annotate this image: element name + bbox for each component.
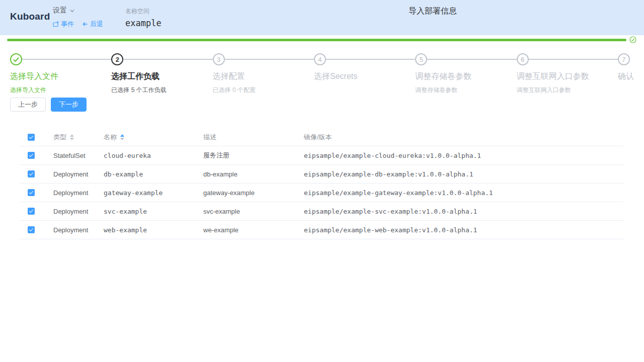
- workloads-table: 类型 名称 描述 镜像/版本 StatefulSet cloud-eureka …: [20, 128, 624, 239]
- step-title: 选择工作负载: [111, 71, 212, 82]
- step-1-check-icon: [10, 53, 22, 65]
- step-5-number: 5: [415, 53, 427, 65]
- step-connector: [427, 59, 516, 60]
- row-checkbox[interactable]: [28, 152, 35, 159]
- column-header-image: 镜像/版本: [304, 133, 332, 142]
- table-row[interactable]: Deployment gateway-example gateway-examp…: [20, 184, 624, 202]
- prev-step-button[interactable]: 上一步: [10, 98, 46, 112]
- header-nav-group: 设置 事件 后退: [53, 6, 103, 29]
- step-3-number: 3: [213, 53, 225, 65]
- back-label: 后退: [90, 20, 103, 29]
- settings-menu[interactable]: 设置: [53, 6, 103, 15]
- column-header-type: 类型: [53, 133, 66, 142]
- workload-desc: db-example: [198, 170, 298, 178]
- step-4-number: 4: [314, 53, 326, 65]
- events-icon: [53, 21, 59, 27]
- step-connector: [225, 59, 314, 60]
- step-7-confirm[interactable]: 7 确认: [618, 53, 634, 95]
- step-title: 调整互联网入口参数: [517, 71, 618, 82]
- table-header-row: 类型 名称 描述 镜像/版本: [20, 128, 624, 146]
- column-header-name: 名称: [104, 133, 117, 142]
- workload-image: eipsample/example-gateway-example:v1.0.0…: [298, 189, 624, 197]
- row-checkbox[interactable]: [28, 170, 35, 177]
- step-title: 调整存储卷参数: [415, 71, 516, 82]
- workload-name: gateway-example: [98, 189, 198, 197]
- step-desc: 已选择 0 个配置: [213, 86, 314, 95]
- wizard-steps: 选择导入文件 选择导入文件 2 选择工作负载 已选择 5 个工作负载 3 选择配…: [10, 53, 634, 95]
- step-desc: 调整互联网入口参数: [517, 86, 618, 95]
- namespace-label: 名称空间: [125, 7, 162, 16]
- step-desc: 选择导入文件: [10, 86, 111, 95]
- page-title: 导入部署信息: [409, 6, 457, 17]
- step-desc: 已选择 5 个工作负载: [111, 86, 212, 95]
- step-2-number: 2: [111, 53, 123, 65]
- next-step-button[interactable]: 下一步: [51, 98, 87, 112]
- back-arrow-icon: [82, 21, 88, 27]
- workload-image: eipsample/example-db-example:v1.0.0-alph…: [298, 170, 624, 178]
- step-title: 选择配置: [213, 71, 314, 82]
- header-links: 事件 后退: [53, 20, 103, 29]
- workload-image: eipsample/example-web-example:v1.0.0-alp…: [298, 226, 624, 234]
- workload-name: svc-example: [98, 208, 198, 215]
- progress-complete-icon: [629, 36, 636, 43]
- table-row[interactable]: Deployment db-example db-example eipsamp…: [20, 165, 624, 184]
- progress-bar: [7, 39, 626, 41]
- step-title: 选择导入文件: [10, 71, 111, 82]
- sort-type-icon[interactable]: [70, 134, 74, 140]
- step-desc: [314, 86, 415, 92]
- step-connector: [326, 59, 415, 60]
- step-6-ingress-params[interactable]: 6 调整互联网入口参数 调整互联网入口参数: [517, 53, 618, 95]
- workload-type: Deployment: [48, 189, 98, 197]
- workload-desc: 服务注册: [198, 151, 298, 160]
- workload-name: cloud-eureka: [98, 152, 198, 159]
- step-title: 确认: [618, 71, 634, 82]
- select-all-checkbox[interactable]: [28, 134, 35, 141]
- workload-name: web-example: [98, 226, 198, 234]
- row-checkbox[interactable]: [28, 208, 35, 215]
- sort-name-icon[interactable]: [120, 134, 124, 140]
- column-header-desc: 描述: [203, 133, 216, 142]
- step-desc: 调整存储卷参数: [415, 86, 516, 95]
- step-6-number: 6: [517, 53, 529, 65]
- table-row[interactable]: StatefulSet cloud-eureka 服务注册 eipsample/…: [20, 146, 624, 165]
- step-7-number: 7: [618, 53, 630, 65]
- workload-image: eipsample/example-cloud-eureka:v1.0.0-al…: [298, 152, 624, 159]
- step-2-select-workloads[interactable]: 2 选择工作负载 已选择 5 个工作负载: [111, 53, 212, 95]
- events-link[interactable]: 事件: [53, 20, 74, 29]
- step-connector: [529, 59, 618, 60]
- step-4-select-secrets[interactable]: 4 选择Secrets: [314, 53, 415, 95]
- step-title: 选择Secrets: [314, 71, 415, 82]
- workload-type: StatefulSet: [48, 152, 98, 159]
- step-connector: [22, 59, 111, 60]
- row-checkbox[interactable]: [28, 226, 35, 233]
- workload-type: Deployment: [48, 208, 98, 215]
- workload-desc: gateway-example: [198, 189, 298, 197]
- app-logo: Kuboard: [10, 11, 50, 22]
- events-label: 事件: [61, 20, 74, 29]
- namespace-group: 名称空间 example: [125, 7, 162, 28]
- app-header: Kuboard 设置 事件 后退 名称空间 example: [0, 0, 644, 35]
- workload-name: db-example: [98, 170, 198, 178]
- step-desc: [618, 86, 634, 92]
- workload-desc: svc-example: [198, 208, 298, 215]
- workload-desc: we-example: [198, 226, 298, 234]
- workload-image: eipsample/example-svc-example:v1.0.0-alp…: [298, 208, 624, 215]
- back-link[interactable]: 后退: [82, 20, 103, 29]
- namespace-value[interactable]: example: [125, 18, 162, 28]
- settings-label: 设置: [53, 6, 67, 15]
- step-connector: [123, 59, 212, 60]
- table-row[interactable]: Deployment web-example we-example eipsam…: [20, 221, 624, 239]
- step-5-storage-params[interactable]: 5 调整存储卷参数 调整存储卷参数: [415, 53, 516, 95]
- workload-type: Deployment: [48, 226, 98, 234]
- chevron-down-icon: [69, 8, 75, 14]
- workload-type: Deployment: [48, 170, 98, 178]
- wizard-actions: 上一步 下一步: [10, 98, 87, 112]
- row-checkbox[interactable]: [28, 189, 35, 196]
- table-row[interactable]: Deployment svc-example svc-example eipsa…: [20, 202, 624, 221]
- step-1-import-file[interactable]: 选择导入文件 选择导入文件: [10, 53, 111, 95]
- step-3-select-config[interactable]: 3 选择配置 已选择 0 个配置: [213, 53, 314, 95]
